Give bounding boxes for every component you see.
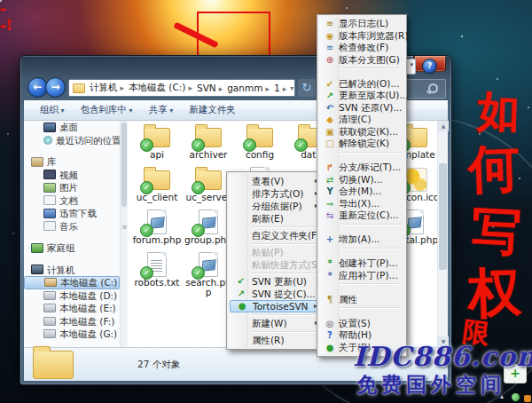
tray-orange-icon[interactable]	[524, 395, 531, 402]
submenu-item[interactable]: ✔ 已解决的(O)...	[320, 78, 403, 91]
context-menu-item[interactable]: 查看(V) ▸	[230, 175, 322, 187]
menu-item-icon: ¶	[324, 294, 336, 306]
refresh-button[interactable]: ↻	[298, 79, 316, 97]
file-item[interactable]: ✓ archiver	[183, 122, 234, 165]
file-scrollbar[interactable]: ▲ ▼	[437, 121, 448, 347]
submenu-item[interactable]	[320, 305, 403, 318]
sidebar-item-icon	[31, 157, 43, 167]
submenu-item[interactable]: ⊕ 版本分支图(G)	[320, 54, 403, 67]
sidebar-item[interactable]: 计算机	[24, 264, 120, 277]
menu-item-label: 应用补丁(P)...	[339, 270, 398, 281]
breadcrumb-segment[interactable]: SVN	[196, 83, 226, 93]
sidebar-item[interactable]: 本地磁盘 (D:)	[24, 289, 120, 303]
file-item[interactable]: ✓ robots.txt	[131, 250, 183, 293]
context-menu-item[interactable]: 新建(W) ▸	[230, 317, 322, 329]
svn-check-icon: ✓	[294, 138, 308, 152]
submenu-item[interactable]: ◉ 版本库浏览器(R)	[320, 30, 403, 43]
sidebar-scrollbar-thumb[interactable]	[121, 122, 127, 207]
menu-item-label: 设置(S)	[339, 318, 371, 328]
sidebar-item[interactable]: 音乐	[24, 220, 120, 233]
file-name: uc_server	[186, 193, 231, 202]
breadcrumb-segment[interactable]: 1	[273, 83, 290, 93]
sidebar-item-icon	[31, 243, 43, 253]
submenu-item[interactable]: Y 合并(M)...	[320, 186, 403, 198]
tray-green-icon[interactable]	[512, 393, 520, 401]
file-item[interactable]: ✓ api	[131, 122, 183, 165]
context-menu-item[interactable]: 粘贴(P)	[230, 246, 322, 258]
sidebar-item[interactable]: 本地磁盘 (C:)	[24, 276, 120, 289]
file-scrollbar-thumb[interactable]	[439, 163, 447, 270]
submenu-item[interactable]: ⇆ 重新定位(C)...	[320, 209, 403, 222]
scroll-up-icon[interactable]: ▲	[438, 121, 449, 131]
submenu-item[interactable]: ↗ 更新至版本(U)...	[320, 90, 403, 102]
toolbar-button[interactable]: 组织	[40, 104, 65, 116]
file-item[interactable]: ✓ config	[234, 122, 286, 165]
submenu-item[interactable]: ? 帮助(H)	[320, 329, 403, 342]
sidebar-item[interactable]: 库	[24, 155, 120, 169]
sidebar-item[interactable]: 家庭组	[24, 241, 120, 255]
submenu-item[interactable]: + 增加(A)...	[320, 233, 403, 246]
sidebar-item[interactable]: 迅雷下载	[24, 207, 120, 220]
breadcrumb-segment[interactable]: 计算机	[89, 82, 128, 94]
forward-button[interactable]: →	[45, 77, 66, 98]
submenu-item[interactable]: * 应用补丁(P)...	[320, 270, 403, 282]
context-menu-item[interactable]: 属性(R)	[230, 334, 322, 346]
submenu-item[interactable]: ↶ SVN 还原(V)...	[320, 102, 403, 115]
toolbar-button[interactable]: 共享	[149, 104, 174, 116]
sidebar-item[interactable]: 最近访问的位置	[24, 134, 120, 147]
submenu-item[interactable]	[320, 150, 403, 162]
sidebar-item[interactable]: 本地磁盘 (F:)	[24, 315, 120, 328]
breadcrumb-segment[interactable]: ganmm	[226, 83, 273, 93]
submenu-item[interactable]: ◆ 清理(C)	[320, 114, 403, 126]
sidebar-item-icon	[43, 209, 56, 218]
breadcrumb-segment[interactable]: 本地磁盘 (C:)	[128, 82, 196, 94]
submenu-item[interactable]: □ 解除锁定(K)	[320, 138, 403, 150]
toolbar-button[interactable]: 新建文件夹	[189, 104, 236, 116]
sidebar-item-icon	[43, 317, 56, 326]
sidebar-item-label: 本地磁盘 (E:)	[59, 302, 116, 315]
submenu-item[interactable]	[320, 222, 403, 234]
context-menu-item[interactable]: 排序方式(O) ▸	[230, 187, 322, 200]
menu-item-label: 帮助(H)	[339, 329, 372, 340]
submenu-item[interactable]: ¶ 属性	[320, 294, 403, 306]
file-icon: ✓	[246, 124, 274, 149]
context-menu-item[interactable]: 自定义文件夹(F)...	[230, 229, 322, 241]
sidebar-item[interactable]: 视频	[24, 169, 120, 182]
sidebar-scrollbar[interactable]: ≡	[120, 121, 128, 347]
submenu-item[interactable]	[320, 246, 403, 258]
context-menu-item[interactable]: 粘贴快捷方式(S)	[230, 258, 322, 271]
file-item[interactable]: ✓ uc_client	[131, 165, 183, 208]
submenu-item[interactable]	[320, 66, 403, 78]
submenu-item[interactable]: ⇄ 切换(W)...	[320, 174, 403, 186]
submenu-item[interactable]: * 创建补丁(P)...	[320, 257, 403, 270]
context-menu-item[interactable]: 刷新(E)	[230, 212, 322, 225]
sidebar-item[interactable]: 本地磁盘 (E:)	[24, 302, 120, 315]
submenu-item[interactable]: ≡ 显示日志(L)	[320, 18, 403, 30]
help-button[interactable]: ?	[422, 59, 437, 74]
menu-item-icon: ◎	[324, 318, 336, 330]
submenu-item[interactable]: ⇒ 导出(X)...	[320, 198, 403, 210]
sidebar-item[interactable]: 桌面	[24, 121, 120, 134]
submenu-item[interactable]: ↱ 分支/标记(T)...	[320, 162, 403, 174]
svn-check-icon: ✓	[243, 138, 256, 152]
file-item[interactable]: ✓ forum.php	[131, 208, 183, 250]
submenu-item[interactable]: ▣ 获取锁定(K)...	[320, 126, 403, 138]
menu-item-label: 合并(M)...	[339, 186, 381, 196]
menu-item-label: 重新定位(C)...	[339, 209, 399, 220]
breadcrumb-dropdown-icon[interactable]: ▾	[290, 84, 293, 92]
sidebar-item[interactable]: 本地磁盘 (G:)	[24, 328, 120, 341]
submenu-item[interactable]: ≡ 检查修改(F)	[320, 42, 403, 54]
sidebar-item[interactable]: 图片	[24, 181, 120, 194]
file-icon: ✓	[143, 124, 171, 149]
breadcrumb[interactable]: 计算机本地磁盘 (C:)SVNganmm1 ▾	[68, 79, 295, 97]
menu-item-icon: ⇒	[324, 198, 336, 210]
submenu-item[interactable]	[320, 281, 403, 294]
context-menu-item[interactable]: 分组依据(P) ▸	[230, 200, 322, 212]
context-menu-item[interactable]: ● TortoiseSVN ▸	[230, 300, 322, 312]
menu-item-icon: Y	[324, 186, 336, 198]
toolbar-button[interactable]: 包含到库中	[81, 104, 133, 116]
sidebar-item[interactable]: 文档	[24, 194, 120, 208]
context-menu-item[interactable]: ↙ SVN 更新(U)	[230, 275, 322, 288]
context-menu-item[interactable]: ↗ SVN 提交(C)...	[230, 288, 322, 300]
submenu-item[interactable]: ◎ 设置(S)	[320, 318, 403, 330]
